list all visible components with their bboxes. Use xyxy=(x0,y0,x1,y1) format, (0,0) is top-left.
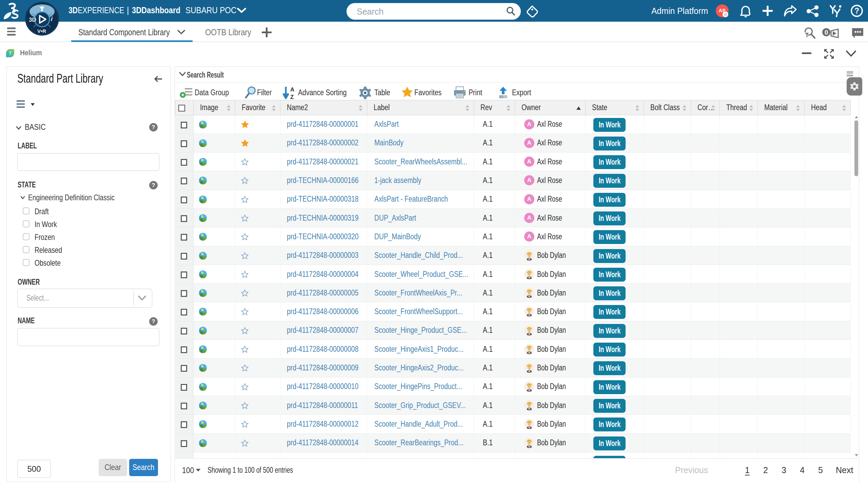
svg-text:?: ? xyxy=(854,6,859,15)
svg-text:V•R: V•R xyxy=(37,28,46,34)
svg-text:3D: 3D xyxy=(29,17,36,23)
svg-text:0: 0 xyxy=(825,29,828,36)
svg-text:Z: Z xyxy=(290,94,294,100)
svg-text:A: A xyxy=(290,86,294,93)
